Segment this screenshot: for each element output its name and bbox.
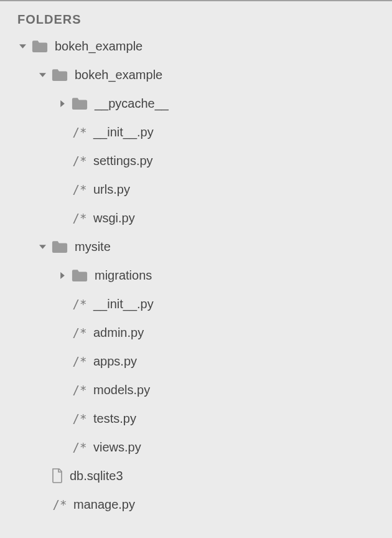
disclosure-spacer [37,499,47,509]
disclosure-spacer [57,385,67,395]
folders-header: FOLDERS [0,12,392,32]
python-file-icon: /* [71,412,88,425]
tree-item-label: mysite [75,240,111,254]
tree-row[interactable]: bokeh_example [0,60,392,89]
tree-item-label: apps.py [93,354,137,369]
disclosure-spacer [57,356,67,366]
tree-row[interactable]: bokeh_example [0,32,392,60]
folder-icon [51,240,68,253]
tree-row[interactable]: /*apps.py [0,347,392,375]
disclosure-spacer [57,328,67,337]
python-file-icon: /* [51,498,68,511]
chevron-down-icon[interactable] [37,242,47,252]
chevron-right-icon[interactable] [57,98,67,108]
tree-item-label: wsgi.py [93,211,135,225]
tree-item-label: db.sqlite3 [70,469,123,483]
tree-row[interactable]: /*models.py [0,375,392,404]
python-file-icon: /* [71,297,88,311]
tree-item-label: views.py [93,440,141,455]
tree-row[interactable]: /*settings.py [0,146,392,175]
file-tree: bokeh_examplebokeh_example__pycache__/*_… [0,32,392,519]
python-file-icon: /* [71,154,88,168]
tree-item-label: urls.py [93,182,130,197]
python-file-icon: /* [71,383,88,397]
disclosure-spacer [57,127,67,137]
tree-row[interactable]: migrations [0,261,392,290]
disclosure-spacer [57,299,67,309]
tree-row[interactable]: /*wsgi.py [0,204,392,232]
python-file-icon: /* [71,182,88,196]
disclosure-spacer [57,156,67,166]
chevron-down-icon[interactable] [17,41,27,51]
tree-item-label: models.py [93,383,150,397]
folder-icon [31,39,49,53]
tree-row[interactable]: /*views.py [0,433,392,461]
python-file-icon: /* [71,125,88,139]
tree-row[interactable]: /*tests.py [0,404,392,433]
folder-icon [71,97,88,110]
tree-row[interactable]: /*__init__.py [0,290,392,318]
disclosure-spacer [57,442,67,452]
folder-icon [71,268,88,282]
chevron-down-icon[interactable] [37,70,47,80]
disclosure-spacer [57,413,67,423]
disclosure-spacer [37,471,47,481]
tree-item-label: settings.py [93,154,153,168]
chevron-right-icon[interactable] [57,270,67,280]
tree-row[interactable]: /*manage.py [0,490,392,519]
tree-item-label: __pycache__ [95,97,169,111]
tree-row[interactable]: db.sqlite3 [0,461,392,490]
tree-item-label: migrations [95,268,152,283]
folder-icon [51,68,68,82]
tree-item-label: manage.py [73,498,135,512]
tree-item-label: __init__.py [93,297,154,311]
python-file-icon: /* [71,440,88,454]
tree-item-label: tests.py [93,412,136,426]
python-file-icon: /* [71,354,88,368]
disclosure-spacer [57,213,67,223]
tree-row[interactable]: /*__init__.py [0,118,392,146]
tree-row[interactable]: /*urls.py [0,175,392,204]
tree-row[interactable]: mysite [0,232,392,261]
tree-item-label: __init__.py [93,125,154,139]
tree-item-label: bokeh_example [55,39,142,54]
python-file-icon: /* [71,326,88,339]
tree-row[interactable]: /*admin.py [0,318,392,347]
file-icon [51,468,63,483]
disclosure-spacer [57,184,67,194]
tree-row[interactable]: __pycache__ [0,89,392,118]
python-file-icon: /* [71,211,88,225]
tree-item-label: admin.py [93,326,144,340]
tree-item-label: bokeh_example [75,68,162,82]
